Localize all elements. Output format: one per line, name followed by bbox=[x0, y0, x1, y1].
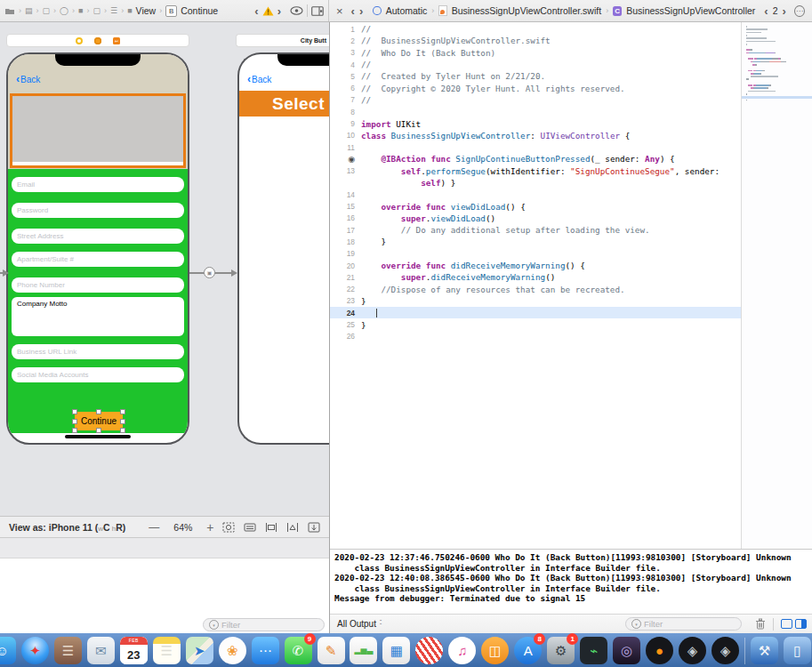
minimap[interactable] bbox=[741, 22, 812, 549]
selection-handle[interactable] bbox=[96, 428, 101, 433]
dock-contacts-icon[interactable]: ☰ bbox=[54, 637, 82, 664]
breadcrumb-symbol[interactable]: BusinessSignUpViewController bbox=[626, 5, 755, 16]
view-controller-icon[interactable]: ◯ bbox=[60, 7, 68, 15]
dock-finder-icon[interactable]: ☺ bbox=[0, 637, 16, 664]
update-frames-icon[interactable] bbox=[222, 522, 235, 533]
show-console-view-icon[interactable] bbox=[795, 619, 807, 629]
editor-layout-icon[interactable] bbox=[311, 6, 324, 16]
back-button[interactable]: ‹Back bbox=[16, 74, 40, 84]
dock-maps-icon[interactable]: ➤ bbox=[186, 637, 213, 664]
text-field-business-url[interactable]: Business URL Link bbox=[12, 344, 184, 359]
text-field-password[interactable]: Password bbox=[12, 203, 184, 218]
dock-safari-icon[interactable]: ✦ bbox=[21, 637, 49, 664]
forward-chevron[interactable]: › bbox=[359, 5, 363, 17]
dock-mail-icon[interactable]: ✉ bbox=[87, 637, 115, 664]
variables-filter-field[interactable]: ▾ Filter bbox=[203, 618, 325, 631]
back-chevron[interactable]: ‹ bbox=[351, 5, 355, 17]
dock-messages-icon[interactable]: ⋯ bbox=[252, 637, 279, 664]
zoom-out-button[interactable]: — bbox=[149, 521, 159, 534]
image-view-placeholder[interactable] bbox=[10, 93, 186, 168]
text-field-phone-number[interactable]: Phone Number bbox=[12, 277, 184, 293]
text-field-social-media[interactable]: Social Media Accounts bbox=[12, 367, 184, 382]
add-constraints-icon[interactable] bbox=[286, 522, 299, 533]
dock-news-icon[interactable] bbox=[415, 637, 443, 664]
selection-handle[interactable] bbox=[72, 419, 77, 424]
console-filter-field[interactable]: ▾ Filter bbox=[625, 617, 742, 631]
embed-in-stack-icon[interactable] bbox=[244, 522, 256, 533]
selection-handle[interactable] bbox=[120, 419, 125, 424]
first-responder-icon[interactable] bbox=[94, 37, 101, 44]
continue-button[interactable]: Continue bbox=[75, 412, 123, 430]
segue-arrow[interactable]: ▣ bbox=[189, 267, 237, 279]
console-scope-select[interactable]: All Output ˆˇ bbox=[337, 619, 382, 629]
storyboard-canvas[interactable]: ↩ City Butt ‹Back EmailPasswordStreet Ad… bbox=[0, 22, 329, 516]
dock-notes-icon[interactable]: ☰ bbox=[153, 637, 181, 664]
dock-xcode-icon[interactable]: ⚒ bbox=[751, 637, 778, 664]
editor-options-icon[interactable]: ⋯ bbox=[794, 5, 805, 17]
signup-view-controller[interactable]: ‹Back EmailPasswordStreet AddressApartme… bbox=[6, 52, 189, 445]
history-back-chevron[interactable]: ‹ bbox=[764, 5, 768, 17]
selection-handle[interactable] bbox=[120, 409, 125, 414]
breadcrumb-view[interactable]: View bbox=[136, 5, 157, 16]
stack-view-icon[interactable]: ☰ bbox=[110, 7, 117, 15]
container-view-icon[interactable]: ■ bbox=[127, 7, 132, 15]
selection-handle[interactable] bbox=[72, 428, 77, 433]
breadcrumb-filename[interactable]: BusinessSignUpViewController.swift bbox=[452, 5, 601, 16]
clear-console-icon[interactable] bbox=[755, 618, 766, 630]
history-forward-chevron[interactable]: › bbox=[783, 5, 786, 17]
issue-back-chevron[interactable]: ‹ bbox=[254, 5, 258, 17]
dock-facetime-icon[interactable]: ✆9 bbox=[285, 637, 312, 664]
selection-handle[interactable] bbox=[96, 409, 101, 414]
selection-handle[interactable] bbox=[120, 428, 125, 433]
source-editor[interactable]: 1//2// BusinessSignUpViewController.swif… bbox=[330, 22, 812, 549]
view-icon[interactable]: ■ bbox=[78, 7, 83, 15]
console-output[interactable]: 2020-02-23 12:37:46.750246-0600 Who Do I… bbox=[330, 549, 812, 614]
dock-numbers-icon[interactable]: ▂▅▃ bbox=[350, 637, 377, 664]
city-select-view-controller[interactable]: ‹Back Select bbox=[237, 52, 329, 445]
scene2-dock[interactable]: City Butt bbox=[236, 34, 329, 47]
dock-keynote-icon[interactable]: ▦ bbox=[382, 637, 410, 664]
selection-handle[interactable] bbox=[72, 409, 77, 414]
breadcrumb-automatic[interactable]: Automatic bbox=[386, 5, 428, 16]
dock-fl-studio-icon[interactable]: ● bbox=[646, 637, 673, 664]
view-as-label[interactable]: View as: iPhone 11 (wC hR) bbox=[9, 522, 125, 533]
scene-icon[interactable]: ▢ bbox=[43, 7, 51, 15]
storyboard-file-icon[interactable]: ▤ bbox=[25, 7, 33, 15]
dock-la2a-plugin-2-icon[interactable]: ◈ bbox=[712, 637, 739, 664]
issue-forward-chevron[interactable]: › bbox=[277, 5, 281, 17]
zoom-level[interactable]: 64% bbox=[173, 522, 192, 533]
adjust-editor-icon[interactable] bbox=[290, 6, 303, 15]
text-field-apartment-suite[interactable]: Apartment/Suite # bbox=[12, 252, 184, 267]
filter-placeholder: Filter bbox=[221, 620, 240, 630]
dock-music-icon[interactable]: ♫ bbox=[448, 637, 476, 664]
dock-simulator-icon[interactable]: ▯ bbox=[784, 637, 811, 664]
ibaction-connection-icon[interactable]: ◉ bbox=[330, 155, 361, 164]
exit-segue-icon[interactable]: ↩ bbox=[113, 37, 120, 44]
subview-icon[interactable]: ▢ bbox=[93, 7, 101, 15]
variables-view[interactable]: ▾ Filter bbox=[0, 559, 329, 633]
warning-icon[interactable] bbox=[262, 6, 274, 16]
text-field-street-address[interactable]: Street Address bbox=[12, 229, 184, 244]
text-view-company-motto[interactable]: Company Motto bbox=[12, 297, 184, 336]
back-button[interactable]: ‹Back bbox=[247, 74, 271, 84]
zoom-in-button[interactable]: + bbox=[206, 520, 213, 534]
folder-icon[interactable] bbox=[4, 7, 15, 15]
dock-pages-icon[interactable]: ✎ bbox=[318, 637, 345, 664]
text-field-email[interactable]: Email bbox=[12, 177, 184, 192]
dock-pro-tools-icon[interactable]: ◎ bbox=[613, 637, 640, 664]
show-variables-view-icon[interactable] bbox=[781, 619, 792, 629]
close-editor-icon[interactable]: × bbox=[336, 5, 343, 17]
dock-calendar-icon[interactable]: FEB23 bbox=[120, 637, 148, 664]
dock-system-preferences-icon[interactable]: ⚙1 bbox=[547, 637, 575, 664]
dock-books-icon[interactable]: ◫ bbox=[481, 637, 509, 664]
view-controller-proxy-icon[interactable] bbox=[76, 37, 83, 44]
scene1-dock[interactable]: ↩ bbox=[6, 34, 189, 47]
pane-divider[interactable] bbox=[329, 22, 330, 633]
dock-activity-monitor-icon[interactable]: ⌁ bbox=[580, 637, 607, 664]
dock-la2a-plugin-icon[interactable]: ◈ bbox=[679, 637, 706, 664]
dock-photos-icon[interactable]: ❀ bbox=[219, 637, 246, 664]
dock-appstore-icon[interactable]: A8 bbox=[514, 637, 542, 664]
resolve-autolayout-icon[interactable] bbox=[308, 522, 320, 533]
align-icon[interactable] bbox=[265, 522, 277, 533]
breadcrumb-continue-button[interactable]: Continue bbox=[181, 5, 218, 16]
